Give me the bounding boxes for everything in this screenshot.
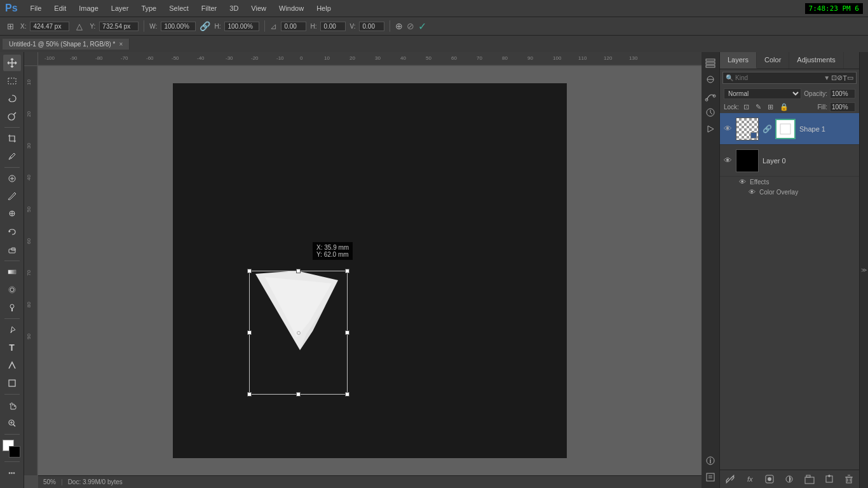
cancel-transform-icon[interactable]: ⊘ xyxy=(407,21,414,31)
brush-tool[interactable] xyxy=(3,188,21,205)
layer-item-shape1[interactable]: 👁 🔗 Shape 1 xyxy=(720,113,859,145)
tab-close-button[interactable]: × xyxy=(119,41,123,48)
opacity-input[interactable] xyxy=(830,89,855,98)
blur-tool[interactable] xyxy=(3,281,21,298)
layer-search-input[interactable] xyxy=(735,74,824,81)
link-aspect-icon[interactable]: 🔗 xyxy=(200,21,210,31)
document-canvas[interactable]: X: 35.9 mm Y: 62.0 mm xyxy=(173,83,567,458)
gradient-tool[interactable] xyxy=(3,264,21,280)
history-icon[interactable] xyxy=(703,105,717,119)
transform-handle-bc[interactable] xyxy=(296,392,301,396)
x-input[interactable] xyxy=(30,22,69,31)
lock-all-button[interactable]: 🔒 xyxy=(778,102,790,112)
properties-icon[interactable] xyxy=(703,470,717,484)
y-input[interactable] xyxy=(99,22,139,31)
canvas-background[interactable]: X: 35.9 mm Y: 62.0 mm xyxy=(38,66,702,475)
effects-visibility-icon[interactable]: 👁 xyxy=(739,178,746,186)
transform-handle-tc[interactable] xyxy=(296,269,301,273)
transform-handle-ml[interactable] xyxy=(247,330,252,335)
lock-pixels-button[interactable]: ⊡ xyxy=(742,102,751,112)
hand-tool[interactable] xyxy=(3,397,21,414)
pen-tool[interactable] xyxy=(3,322,21,338)
blend-mode-select[interactable]: Normal xyxy=(724,88,801,99)
w-input[interactable] xyxy=(161,22,196,31)
channels-icon[interactable] xyxy=(703,72,717,86)
delete-layer-button[interactable] xyxy=(843,473,855,485)
menu-select[interactable]: Select xyxy=(166,3,191,13)
menu-image[interactable]: Image xyxy=(76,3,101,13)
warp-icon[interactable]: ⊕ xyxy=(395,21,403,31)
vskew-input[interactable] xyxy=(359,22,384,31)
marquee-tool[interactable] xyxy=(3,72,21,89)
dodge-tool[interactable] xyxy=(3,299,21,316)
eyedropper-tool[interactable] xyxy=(3,148,21,165)
layer-comps-icon[interactable] xyxy=(703,56,717,70)
menu-edit[interactable]: Edit xyxy=(51,3,69,13)
history-brush-tool[interactable] xyxy=(3,224,21,240)
layer-link-icon: 🔗 xyxy=(763,125,771,133)
angle-input[interactable] xyxy=(281,22,306,31)
transform-handle-br[interactable] xyxy=(345,392,349,396)
document-tab[interactable]: Untitled-1 @ 50% (Shape 1, RGB/8) * × xyxy=(3,39,130,50)
canvas-area[interactable]: -100 -90 -80 -70 -60 -50 -40 -30 -20 -10… xyxy=(24,52,702,488)
transform-handle-tl[interactable] xyxy=(247,269,252,273)
actions-icon[interactable] xyxy=(703,122,717,136)
eraser-tool[interactable] xyxy=(3,241,21,258)
transform-center-point[interactable] xyxy=(297,331,301,335)
blend-mode-row: Normal Opacity: xyxy=(720,86,859,101)
menu-help[interactable]: Help xyxy=(314,3,334,13)
new-layer-button[interactable] xyxy=(823,473,836,485)
menu-file[interactable]: File xyxy=(28,3,44,13)
add-fx-button[interactable]: fx xyxy=(743,473,756,485)
menu-type[interactable]: Type xyxy=(139,3,159,13)
status-bar: 50% | Doc: 3.99M/0 bytes xyxy=(38,475,702,488)
transform-handle-bl[interactable] xyxy=(247,392,252,396)
path-select-tool[interactable] xyxy=(3,357,21,374)
transform-selection-box[interactable] xyxy=(249,271,348,395)
text-tool[interactable]: T xyxy=(3,339,21,356)
adjustment-layer-button[interactable] xyxy=(783,473,796,485)
svg-text:i: i xyxy=(710,458,712,464)
clone-tool[interactable] xyxy=(3,206,21,222)
add-mask-button[interactable] xyxy=(763,473,776,485)
layer-visibility-shape1[interactable]: 👁 xyxy=(724,124,732,133)
healing-tool[interactable] xyxy=(3,170,21,187)
fill-input[interactable] xyxy=(830,102,855,112)
menu-3d[interactable]: 3D xyxy=(227,3,241,13)
panel-collapse-button[interactable]: ≫ xyxy=(859,52,868,488)
confirm-transform-button[interactable]: ✓ xyxy=(418,20,426,32)
layer-mask-shape1[interactable] xyxy=(775,119,796,139)
menu-filter[interactable]: Filter xyxy=(199,3,219,13)
paths-icon[interactable] xyxy=(703,89,717,103)
new-group-button[interactable] xyxy=(803,473,816,485)
menu-layer[interactable]: Layer xyxy=(109,3,132,13)
link-layers-button[interactable] xyxy=(724,473,736,485)
quick-select-tool[interactable] xyxy=(3,108,21,125)
tab-color[interactable]: Color xyxy=(757,52,789,69)
zoom-tool[interactable] xyxy=(3,415,21,431)
menu-view[interactable]: View xyxy=(248,3,269,13)
crop-tool[interactable] xyxy=(3,130,21,147)
background-color[interactable] xyxy=(9,446,20,458)
lasso-tool[interactable] xyxy=(3,90,21,107)
h-input[interactable] xyxy=(224,22,259,31)
svg-point-14 xyxy=(10,304,14,308)
shape-tool[interactable] xyxy=(3,375,21,391)
layer-list: 👁 🔗 Shape 1 👁 Layer 0 xyxy=(720,113,859,470)
svg-rect-79 xyxy=(805,477,814,484)
transform-handle-tr[interactable] xyxy=(345,269,349,273)
tab-layers[interactable]: Layers xyxy=(720,52,757,69)
color-swatches[interactable] xyxy=(3,440,22,459)
hskew-input[interactable] xyxy=(320,22,346,31)
transform-handle-mr[interactable] xyxy=(345,330,349,335)
color-overlay-visibility-icon[interactable]: 👁 xyxy=(749,188,756,196)
layer-item-layer0[interactable]: 👁 Layer 0 xyxy=(720,145,859,177)
info-icon[interactable]: i xyxy=(703,454,717,468)
lock-position-button[interactable]: ✎ xyxy=(754,102,763,112)
tab-adjustments[interactable]: Adjustments xyxy=(789,52,844,69)
more-tools-button[interactable]: ••• xyxy=(3,464,21,481)
menu-window[interactable]: Window xyxy=(276,3,306,13)
lock-artboards-button[interactable]: ⊞ xyxy=(766,102,775,112)
move-tool[interactable] xyxy=(3,55,21,71)
layer-visibility-layer0[interactable]: 👁 xyxy=(724,156,732,165)
